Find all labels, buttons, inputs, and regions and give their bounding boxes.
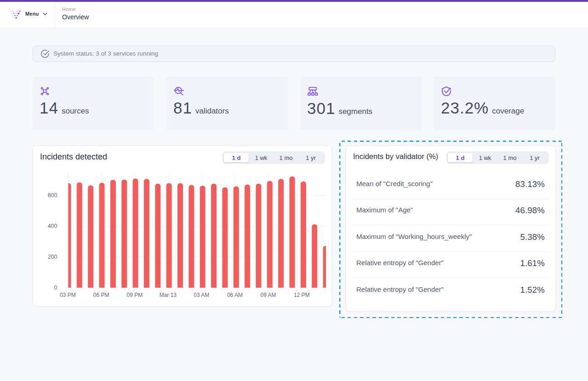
svg-text:09 AM: 09 AM xyxy=(261,292,276,298)
svg-text:400: 400 xyxy=(48,223,57,229)
svg-text:03 AM: 03 AM xyxy=(194,292,209,298)
svg-text:12 PM: 12 PM xyxy=(294,292,310,298)
svg-text:0: 0 xyxy=(54,284,57,291)
svg-text:06 AM: 06 AM xyxy=(227,292,243,298)
svg-text:600: 600 xyxy=(48,192,57,199)
svg-text:Mar 13: Mar 13 xyxy=(160,292,177,298)
svg-text:09 PM: 09 PM xyxy=(127,292,143,298)
svg-text:200: 200 xyxy=(48,254,57,260)
svg-text:03 PM: 03 PM xyxy=(60,292,76,298)
svg-text:06 PM: 06 PM xyxy=(93,292,109,298)
